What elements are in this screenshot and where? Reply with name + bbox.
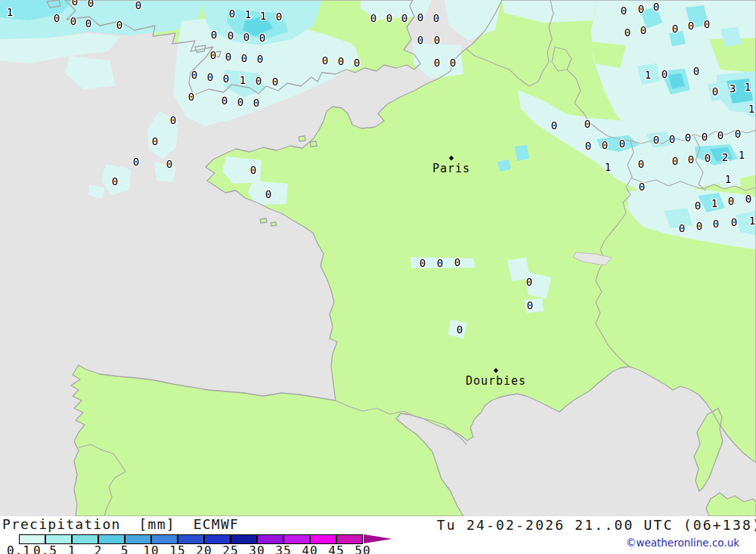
precip-value: 0 [401,12,407,24]
legend-tick-label: 30 [249,543,265,554]
precip-value: 0 [653,1,659,13]
precip-value: 0 [705,152,711,164]
precip-value: 0 [696,220,702,232]
precip-value: 0 [166,158,172,170]
precip-value: 1 [749,215,755,227]
precip-value: 0 [713,218,719,230]
precip-value: 0 [386,12,392,24]
legend-tick-label: 25 [222,543,238,554]
precip-value: 0 [688,20,694,32]
legend-tick-label: 0.1 [7,543,31,554]
precip-value: 0 [434,34,440,46]
precipitation-map: 0001000001100000000000010000000000000000… [0,0,756,516]
precip-value: 1 [745,81,751,93]
precip-value: 0 [135,0,141,11]
precip-value: 0 [276,11,282,23]
precip-value: 0 [731,216,737,228]
precip-value: 0 [693,65,699,77]
legend-tick-label: 0.5 [33,543,57,554]
precip-value: 0 [322,54,328,67]
precip-value: 1 [7,6,13,18]
precip-value: 0 [241,52,247,64]
precip-value: 0 [624,26,631,39]
precip-value: 0 [88,0,94,9]
precip-value: 0 [454,256,460,268]
precip-value: 0 [188,91,194,103]
legend-tick-label: 1 [68,543,76,554]
precip-value: 0 [672,155,678,167]
precip-value: 0 [207,71,213,83]
precip-value: 0 [638,3,644,15]
precip-value: 0 [265,188,271,200]
precip-value: 1 [605,161,611,173]
precip-value: 1 [739,149,745,161]
precip-value: 0 [133,156,139,168]
precip-value: 1 [245,8,251,20]
legend-tick-label: 20 [196,543,212,554]
precip-value: 0 [417,34,423,46]
precip-value: 0 [225,51,231,63]
precip-value: 0 [370,12,376,24]
precip-value: 0 [222,94,228,107]
precip-value: 0 [728,195,734,207]
precip-value: 1 [260,10,266,22]
precip-value: 0 [669,133,675,145]
precip-value: 0 [152,135,158,147]
precip-value: 0 [338,55,344,67]
precip-value: 0 [417,11,423,23]
precip-value: 0 [228,29,234,42]
precip-value: 0 [745,193,751,205]
legend-tick-label: 40 [302,543,318,554]
precip-value: 0 [735,128,741,140]
precip-value: 1 [645,69,651,81]
legend-footer: Precipitation [mm] ECMWF Tu 24-02-2026 2… [0,516,756,554]
precip-value: 0 [112,175,118,187]
precip-value: 0 [688,153,694,166]
legend-tick-label: 15 [169,543,185,554]
precip-value: 0 [243,31,249,43]
precip-value: 0 [679,222,685,234]
precip-value: 0 [257,53,263,65]
precip-value: 0 [639,181,645,193]
precip-value: 0 [85,17,91,29]
precip-value: 0 [253,97,259,109]
precip-value: 0 [210,49,216,61]
precip-value: 0 [685,132,691,144]
precip-value: 0 [526,276,532,288]
copyright-link[interactable]: ©weatheronline.co.uk [626,537,739,549]
legend-tick-label: 5 [121,543,129,554]
precip-value: 1 [240,74,246,86]
precip-value: 0 [211,29,217,41]
precip-value: 0 [695,200,701,212]
legend-tick-label: 10 [143,543,159,554]
precip-value: 0 [237,96,243,108]
precip-value: 0 [72,0,78,8]
precip-value: 0 [662,68,668,80]
precip-value: 1 [725,173,731,185]
precip-value: 0 [229,8,235,20]
precip-value: 0 [354,57,360,69]
precip-value: 0 [672,23,678,35]
precip-value: 0 [434,57,440,69]
precip-value: 0 [250,164,256,176]
precip-value: 0 [640,24,646,36]
precip-value: 0 [191,69,197,81]
precip-value: 3 [730,82,736,94]
legend-arrow [364,534,392,543]
precip-value: 0 [420,257,426,269]
precip-value: 0 [702,131,708,143]
precip-value: 0 [116,19,122,31]
precip-value: 0 [638,158,644,170]
precip-value: 0 [437,257,443,269]
precip-value: 0 [223,73,229,85]
precip-value: 0 [653,134,659,146]
city-label: Dourbies [466,374,526,388]
precip-value: 0 [712,85,718,97]
precip-value: 0 [256,75,262,87]
precip-value: 0 [457,323,463,336]
precip-value: 0 [621,5,627,17]
precip-value: 0 [717,129,723,141]
precip-value: 2 [722,151,728,163]
precip-value: 0 [704,18,710,30]
precip-value: 0 [170,114,176,126]
